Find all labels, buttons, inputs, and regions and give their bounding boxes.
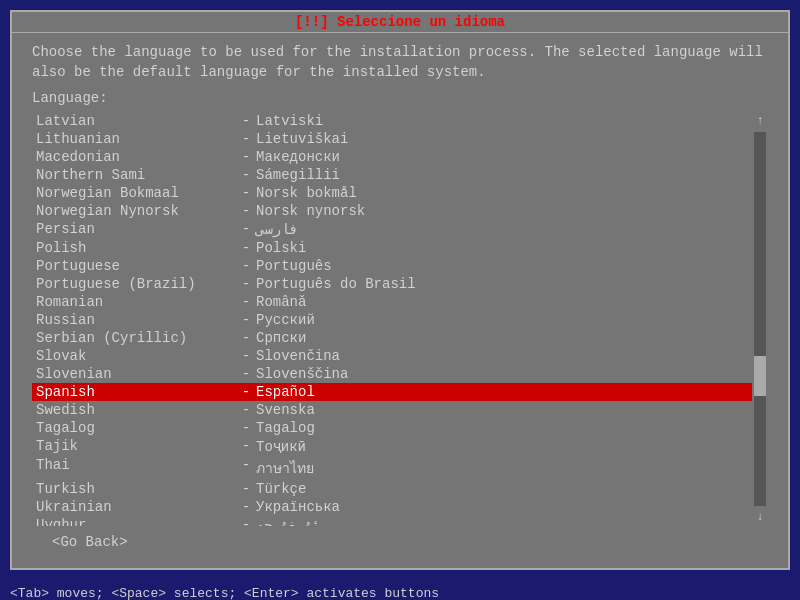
lang-native: Svenska <box>256 402 748 418</box>
lang-dash: - <box>236 366 256 382</box>
lang-name: Polish <box>36 240 236 256</box>
language-item-thai[interactable]: Thai - ภาษาไทย <box>32 456 752 480</box>
lang-dash: - <box>236 113 256 129</box>
lang-name: Ukrainian <box>36 499 236 515</box>
language-item-macedonian[interactable]: Macedonian - Македонски <box>32 148 752 166</box>
lang-dash: - <box>236 258 256 274</box>
lang-dash: - <box>236 167 256 183</box>
lang-name: Tagalog <box>36 420 236 436</box>
language-item-slovak[interactable]: Slovak - Slovenčina <box>32 347 752 365</box>
lang-dash: - <box>236 457 256 479</box>
language-item-northern-sami[interactable]: Northern Sami - Sámegillii <box>32 166 752 184</box>
lang-dash: - <box>236 402 256 418</box>
lang-name: Macedonian <box>36 149 236 165</box>
language-item-latvian[interactable]: Latvian - Latviski <box>32 112 752 130</box>
lang-dash: - <box>236 348 256 364</box>
lang-dash: - <box>236 420 256 436</box>
lang-name: Tajik <box>36 438 236 455</box>
lang-name: Romanian <box>36 294 236 310</box>
lang-name: Swedish <box>36 402 236 418</box>
language-item-lithuanian[interactable]: Lithuanian - Lietuviškai <box>32 130 752 148</box>
status-bar: <Tab> moves; <Space> selects; <Enter> ac… <box>0 580 800 600</box>
lang-name: Portuguese (Brazil) <box>36 276 236 292</box>
language-item-uyghur[interactable]: Uyghur - ئۇيغۇرچە <box>32 516 752 526</box>
lang-native: Македонски <box>256 149 748 165</box>
language-item-portuguese[interactable]: Portuguese - Português <box>32 257 752 275</box>
lang-dash: - <box>236 438 256 455</box>
lang-dash: - <box>236 131 256 147</box>
lang-dash: - <box>236 276 256 292</box>
lang-name: Slovak <box>36 348 236 364</box>
lang-dash: - <box>236 312 256 328</box>
lang-name: Turkish <box>36 481 236 497</box>
lang-dash: - <box>236 221 256 238</box>
lang-dash: - <box>236 384 256 400</box>
lang-dash: - <box>236 240 256 256</box>
title-bar: [!!] Seleccione un idioma <box>12 12 788 33</box>
language-item-romanian[interactable]: Romanian - Română <box>32 293 752 311</box>
lang-native: Тоҷикӣ <box>256 438 748 455</box>
lang-dash: - <box>236 517 256 526</box>
lang-native: Español <box>256 384 748 400</box>
scroll-down-arrow[interactable]: ↓ <box>756 508 763 526</box>
language-item-portuguese-brazil[interactable]: Portuguese (Brazil) - Português do Brasi… <box>32 275 752 293</box>
language-item-spanish[interactable]: Spanish - Español <box>32 383 752 401</box>
lang-native: Latviski <box>256 113 748 129</box>
scroll-track <box>754 132 766 506</box>
lang-name: Serbian (Cyrillic) <box>36 330 236 346</box>
lang-dash: - <box>236 149 256 165</box>
lang-name: Latvian <box>36 113 236 129</box>
language-label: Language: <box>32 90 768 106</box>
lang-name: Lithuanian <box>36 131 236 147</box>
lang-dash: - <box>236 203 256 219</box>
title-text: [!!] Seleccione un idioma <box>295 14 505 30</box>
language-item-swedish[interactable]: Swedish - Svenska <box>32 401 752 419</box>
lang-dash: - <box>236 330 256 346</box>
language-item-serbian-cyrillic[interactable]: Serbian (Cyrillic) - Српски <box>32 329 752 347</box>
language-item-polish[interactable]: Polish - Polski <box>32 239 752 257</box>
lang-name: Persian <box>36 221 236 238</box>
lang-native: ئۇيغۇرچە <box>256 517 748 526</box>
scroll-up-arrow[interactable]: ↑ <box>756 112 763 130</box>
main-window: [!!] Seleccione un idioma Choose the lan… <box>10 10 790 570</box>
lang-native: Türkçe <box>256 481 748 497</box>
language-list[interactable]: Latvian - LatviskiLithuanian - Lietuvišk… <box>32 112 752 526</box>
language-item-tagalog[interactable]: Tagalog - Tagalog <box>32 419 752 437</box>
language-item-norwegian-bokmaal[interactable]: Norwegian Bokmaal - Norsk bokmål <box>32 184 752 202</box>
description-text: Choose the language to be used for the i… <box>32 43 768 82</box>
lang-native: Português do Brasil <box>256 276 748 292</box>
go-back-button[interactable]: <Go Back> <box>52 534 128 550</box>
lang-name: Spanish <box>36 384 236 400</box>
lang-native: Српски <box>256 330 748 346</box>
lang-name: Norwegian Nynorsk <box>36 203 236 219</box>
language-item-turkish[interactable]: Turkish - Türkçe <box>32 480 752 498</box>
lang-name: Thai <box>36 457 236 479</box>
lang-native: Norsk nynorsk <box>256 203 748 219</box>
lang-name: Northern Sami <box>36 167 236 183</box>
language-item-russian[interactable]: Russian - Русский <box>32 311 752 329</box>
lang-name: Russian <box>36 312 236 328</box>
scrollbar: ↑ ↓ <box>752 112 768 526</box>
lang-dash: - <box>236 294 256 310</box>
lang-name: Slovenian <box>36 366 236 382</box>
lang-dash: - <box>236 499 256 515</box>
lang-native: Slovenščina <box>256 366 748 382</box>
language-item-norwegian-nynorsk[interactable]: Norwegian Nynorsk - Norsk nynorsk <box>32 202 752 220</box>
lang-name: Norwegian Bokmaal <box>36 185 236 201</box>
lang-name: Portuguese <box>36 258 236 274</box>
lang-native: Українська <box>256 499 748 515</box>
language-item-persian[interactable]: Persian - فارسی <box>32 220 752 239</box>
lang-native: فارسی <box>256 221 748 238</box>
scroll-thumb <box>754 356 766 396</box>
lang-name: Uyghur <box>36 517 236 526</box>
status-text: <Tab> moves; <Space> selects; <Enter> ac… <box>10 586 439 601</box>
language-item-slovenian[interactable]: Slovenian - Slovenščina <box>32 365 752 383</box>
go-back-area: <Go Back> <box>32 526 768 558</box>
language-list-container: Latvian - LatviskiLithuanian - Lietuvišk… <box>32 112 768 526</box>
language-item-tajik[interactable]: Tajik - Тоҷикӣ <box>32 437 752 456</box>
content-area: Choose the language to be used for the i… <box>12 33 788 568</box>
lang-native: ภาษาไทย <box>256 457 748 479</box>
lang-native: Română <box>256 294 748 310</box>
lang-dash: - <box>236 481 256 497</box>
language-item-ukrainian[interactable]: Ukrainian - Українська <box>32 498 752 516</box>
